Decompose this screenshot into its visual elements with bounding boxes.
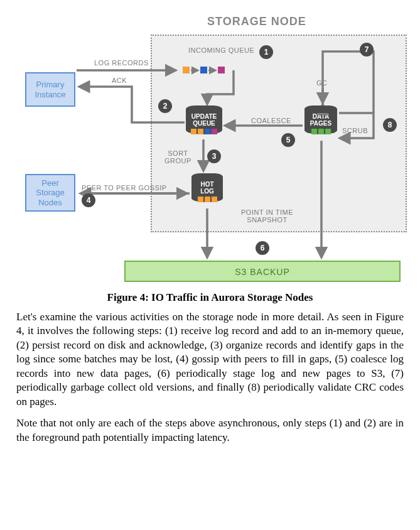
data-pages-l1: DATA [313,113,329,120]
update-queue-l2: QUEUE [193,120,215,127]
step-1: 1 [259,45,273,59]
hot-log-l2: LOG [200,188,214,195]
step-6: 6 [256,241,269,255]
hot-log-l1: HOT [200,181,213,188]
log-records-label: LOG RECORDS [94,59,149,67]
data-pages-l2: PAGES [310,120,331,127]
sort-group-label: SORT GROUP [164,149,191,165]
queue-block-blue [200,67,207,73]
queue-block-magenta [218,67,225,73]
snapshot-label: POINT IN TIME SNAPSHOT [241,208,293,224]
peer-storage-box: Peer Storage Nodes [25,174,75,212]
storage-node-title: STORAGE NODE [207,15,306,28]
gc-label: GC [316,79,328,87]
queue-block-orange [183,67,190,73]
coalesce-label: COALESCE [251,117,291,124]
primary-instance-box: Primary Instance [25,72,75,107]
primary-line2: Instance [35,90,65,100]
paragraph-1: Let's examine the various activities on … [16,310,404,409]
incoming-queue-label: INCOMING QUEUE [188,46,254,54]
step-4: 4 [82,193,95,207]
paragraph-2: Note that not only are each of the steps… [16,416,404,445]
storage-diagram: STORAGE NODE Primary Instance Peer Stora… [13,13,407,283]
data-pages-cylinder: DATA PAGES [304,105,337,134]
step-3: 3 [207,149,221,163]
primary-line1: Primary [36,80,65,90]
update-queue-cylinder: UPDATE QUEUE [186,105,222,134]
step-7: 7 [360,43,374,57]
step-5: 5 [281,133,295,147]
peer-line1: Peer [41,178,58,188]
peer-gossip-label: PEER TO PEER GOSSIP [82,184,167,192]
ack-label: ACK [112,77,127,84]
scrub-label: SCRUB [342,127,368,134]
s3-backup-box: S3 BACKUP [124,261,401,282]
step-8: 8 [383,118,397,132]
figure-caption: Figure 4: IO Traffic in Aurora Storage N… [13,291,407,304]
update-queue-l1: UPDATE [191,113,217,120]
step-2: 2 [158,99,172,113]
peer-line3: Nodes [38,198,62,208]
peer-line2: Storage [36,188,65,198]
hot-log-cylinder: HOT LOG [191,173,223,202]
